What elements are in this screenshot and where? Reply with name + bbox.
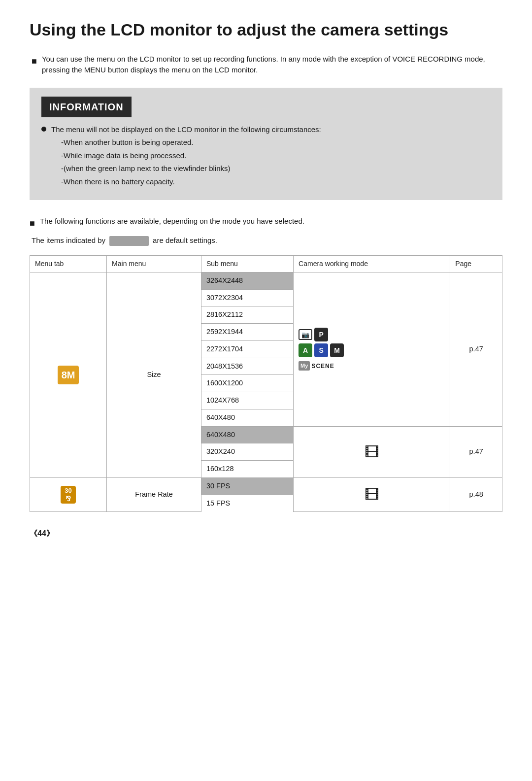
camera-mode-video-size: 🎞 <box>294 426 450 477</box>
page-framerate: p.48 <box>450 477 502 511</box>
m-mode-icon: M <box>330 343 344 357</box>
functions-bullet-marker: ■ <box>30 217 35 230</box>
a-mode-icon: A <box>299 343 312 357</box>
default-text-before: The items indicated by <box>32 235 105 246</box>
table-header-row: Menu tab Main menu Sub menu Camera worki… <box>30 255 502 272</box>
submenu-2816x2112: 2816X2112 <box>201 306 293 324</box>
info-item-1: The menu will not be displayed on the LC… <box>41 124 491 190</box>
camera-icon: 📷 <box>299 329 312 340</box>
camera-mode-photo: 📷 P A S M My SCENE <box>294 272 450 426</box>
info-sub-list: When another button is being operated. W… <box>51 137 321 187</box>
default-indicator-row: The items indicated by are default setti… <box>32 235 502 246</box>
menu-tab-framerate: 30 ⅋ <box>30 477 107 511</box>
submenu-1600x1200: 1600X1200 <box>201 375 293 392</box>
submenu-2272x1704: 2272X1704 <box>201 340 293 358</box>
menu-tab-8m: 8M <box>30 272 107 477</box>
page-size-video: p.47 <box>450 426 502 477</box>
icon-8m: 8M <box>58 366 79 384</box>
col-header-main-menu: Main menu <box>107 255 201 272</box>
col-header-page: Page <box>450 255 502 272</box>
info-item-1-text: The menu will not be displayed on the LC… <box>51 125 321 134</box>
camera-mode-framerate: 🎞 <box>294 477 450 511</box>
bullet-marker: ■ <box>32 55 37 68</box>
info-sub-item-4: When there is no battery capacity. <box>61 176 321 188</box>
functions-bullet: ■ The following functions are available,… <box>30 216 502 230</box>
col-header-menu-tab: Menu tab <box>30 255 107 272</box>
size-row-main: 8M Size 3264X2448 📷 P A S M <box>30 272 502 289</box>
info-sub-item-2: While image data is being processed. <box>61 150 321 162</box>
page-title: Using the LCD monitor to adjust the came… <box>30 20 502 40</box>
functions-text: The following functions are available, d… <box>40 216 304 227</box>
default-box-indicator <box>109 236 149 246</box>
video-camera-icon-fps: 🎞 <box>365 483 379 506</box>
submenu-1024x768: 1024X768 <box>201 392 293 409</box>
submenu-3072x2304: 3072X2304 <box>201 289 293 306</box>
submenu-160x128: 160x128 <box>201 461 293 478</box>
video-camera-icon-size: 🎞 <box>365 441 379 463</box>
page-size-photo: p.47 <box>450 272 502 426</box>
p-mode-icon: P <box>314 328 328 341</box>
info-sub-item-1: When another button is being operated. <box>61 137 321 148</box>
framerate-row-1: 30 ⅋ Frame Rate 30 FPS 🎞 p.48 <box>30 477 502 495</box>
intro-section: ■ You can use the menu on the LCD monito… <box>30 54 502 76</box>
information-header: INFORMATION <box>41 97 132 117</box>
info-sub-item-3: (when the green lamp next to the viewfin… <box>61 163 321 174</box>
icon-30fps: 30 ⅋ <box>61 486 75 504</box>
settings-table: Menu tab Main menu Sub menu Camera worki… <box>30 255 502 512</box>
submenu-15fps: 15 FPS <box>201 495 293 511</box>
submenu-2048x1536: 2048X1536 <box>201 358 293 375</box>
information-box: INFORMATION The menu will not be display… <box>30 88 502 201</box>
main-menu-size: Size <box>107 272 201 477</box>
col-header-camera-mode: Camera working mode <box>294 255 450 272</box>
functions-section: ■ The following functions are available,… <box>30 216 502 246</box>
bullet-dot <box>41 127 46 132</box>
default-text-after: are default settings. <box>153 235 217 246</box>
information-list: The menu will not be displayed on the LC… <box>41 124 491 190</box>
submenu-640x480-photo: 640X480 <box>201 409 293 426</box>
main-menu-framerate: Frame Rate <box>107 477 201 511</box>
submenu-320x240: 320X240 <box>201 443 293 461</box>
col-header-sub-menu: Sub menu <box>201 255 293 272</box>
submenu-2592x1944: 2592X1944 <box>201 324 293 341</box>
s-mode-icon: S <box>314 343 328 357</box>
page-footer: 《44》 <box>30 528 502 540</box>
submenu-30fps: 30 FPS <box>201 477 293 495</box>
submenu-640x480-video: 640X480 <box>201 426 293 443</box>
submenu-3264x2448: 3264X2448 <box>201 272 293 289</box>
intro-text: You can use the menu on the LCD monitor … <box>42 54 502 76</box>
my-scene-icon: My SCENE <box>299 361 334 371</box>
